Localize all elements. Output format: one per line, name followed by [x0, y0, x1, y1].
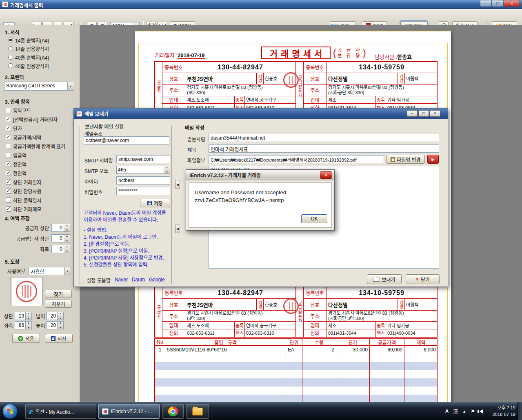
mail-dialog-titlebar[interactable]: 메일 보내기 – ▢ ✕ — [74, 109, 448, 119]
stamp-find-button[interactable]: 찾기 — [45, 290, 72, 298]
error-dialog-titlebar[interactable]: iEnrich v7.2.12 - 거래처별 거래장 — [186, 170, 334, 180]
clock-date: 2018-07-19 — [493, 411, 515, 418]
check-item-9[interactable]: 상단 담당사원 — [6, 188, 65, 194]
stamp-width-spinner[interactable]: 20 — [47, 312, 64, 320]
ime-latin-indicator[interactable]: A — [445, 409, 449, 414]
check-item-8[interactable]: 상단 거래일자 — [6, 179, 65, 185]
printer-combo[interactable]: Samsung C410 Series — [4, 82, 74, 91]
spinner-value: 13 — [15, 312, 25, 320]
rename-file-button[interactable]: 파일명 변경 — [387, 155, 425, 164]
radio-format-1[interactable]: 14줄 전용양식지 — [8, 45, 49, 52]
dialog-minimize-button[interactable]: – — [407, 110, 418, 117]
ime-hanja-indicator[interactable]: 漢 — [453, 408, 458, 415]
spinner-arrows-icon[interactable] — [64, 245, 70, 253]
doc-supplier-item: 연마석,공구기구 — [245, 322, 295, 329]
spinner-arrows-icon[interactable] — [25, 312, 31, 320]
spinner-value: 0 — [52, 224, 64, 231]
taskbar-item-explorer[interactable] — [186, 404, 209, 419]
close-mail-dialog-button[interactable]: ✕닫기 — [406, 274, 440, 284]
show-desktop-button[interactable] — [518, 402, 522, 420]
doc-label: 주소 — [162, 311, 185, 321]
stamp-height-spinner[interactable]: 20 — [47, 321, 64, 329]
doc-label: 등록번호 — [304, 287, 327, 298]
taskbar-item-browser[interactable]: e 옥션 - My Auctio... — [25, 404, 96, 419]
naver-help-link[interactable]: Naver — [115, 277, 128, 284]
send-mail-button[interactable]: 보내기 — [367, 274, 402, 284]
close-window-button[interactable]: ✕ — [504, 0, 520, 7]
subject-input[interactable]: 연마석 거래명세표 — [209, 144, 439, 153]
taskbar-item-ienrich[interactable]: iEnrich v7.2.12 - ... — [98, 404, 160, 419]
printer-combo-arrow-icon[interactable] — [67, 82, 74, 90]
check-item-7[interactable]: 현잔액 — [6, 170, 65, 176]
doc-buyer-ceo: 이원백 — [405, 299, 437, 310]
smtp-port-spinner[interactable]: 465 — [116, 166, 170, 174]
check-item-11[interactable]: 하단 거래메모 — [6, 206, 65, 212]
smtp-server-label: SMTP 서버명 — [84, 157, 113, 164]
check-item-5[interactable]: 입금액 — [6, 152, 65, 158]
save-stamp-button[interactable]: 저장 — [45, 334, 73, 343]
minimize-button[interactable]: – — [480, 0, 491, 7]
check-item-3[interactable]: 공급가액/세액 — [6, 134, 65, 140]
maximize-button[interactable]: ▢ — [492, 0, 503, 7]
stamp-use-combo[interactable]: 사용함 — [29, 267, 71, 275]
spinner-arrows-icon[interactable] — [164, 166, 170, 173]
stamp-clear-button[interactable]: 지우기 — [45, 300, 72, 308]
radio-format-3[interactable]: 40줄 전용양식지 — [8, 62, 49, 69]
check-item-4[interactable]: 공급가액란에 합계액 표기 — [6, 143, 65, 149]
radio-label: 40줄 전용양식지 — [15, 62, 49, 69]
recipient-input[interactable]: dasan3544@hanmail.net — [209, 134, 439, 142]
taskbar-item-chrome[interactable] — [162, 404, 184, 419]
margin-buyer-top-spinner[interactable]: 0 — [51, 234, 70, 242]
attachment-path-input[interactable]: C:₩Users₩black0217₩Documents₩거래명세서201807… — [209, 155, 384, 163]
spinner-arrows-icon[interactable] — [57, 322, 63, 329]
password-input[interactable]: ********** — [116, 187, 170, 195]
doc-label: 등록번호 — [162, 287, 185, 298]
start-button[interactable] — [2, 404, 18, 419]
doc-label: 종목 — [375, 96, 386, 104]
checkbox-label: 상단 거래일자 — [13, 179, 42, 186]
spinner-arrows-icon[interactable] — [64, 235, 70, 242]
doc-trade-date-value: 2018-07-19 — [178, 52, 205, 59]
radio-format-2[interactable]: 40줄 순백지(A4) — [8, 54, 49, 60]
check-item-1[interactable]: [선택발급시] 거래일자 — [6, 116, 65, 122]
dialog-maximize-button[interactable]: ▢ — [418, 110, 429, 117]
action-center-flag-icon[interactable]: ⚑ — [471, 409, 475, 414]
stamp-left-spinner[interactable]: 86 — [15, 321, 32, 329]
checkbox-label: 공급가액란에 합계액 표기 — [13, 143, 65, 150]
smtp-server-input[interactable]: smtp.naver.com — [116, 155, 170, 163]
doc-buyer-side-label: 공급받는자 — [296, 62, 304, 111]
save-mail-settings-button[interactable]: 저장 — [140, 199, 170, 207]
checkbox-icon — [6, 180, 11, 185]
doc-label: 업태 — [304, 322, 327, 329]
stamp-top-spinner[interactable]: 13 — [15, 312, 32, 320]
collapse-panel-button[interactable] — [175, 224, 180, 233]
stamp-combo-arrow-icon[interactable] — [64, 267, 71, 275]
open-pdf-button[interactable] — [427, 155, 439, 164]
dialog-close-button[interactable]: ✕ — [430, 110, 440, 117]
check-item-10[interactable]: 하단 출력일시 — [6, 197, 65, 203]
apply-button[interactable]: 적용 — [12, 334, 40, 343]
error-close-button[interactable]: ✕ — [320, 171, 332, 179]
sender-email-input[interactable]: octbest@naver.com — [84, 136, 169, 144]
check-item-6[interactable]: 전잔액 — [6, 161, 65, 167]
margin-left-spinner[interactable]: 0 — [51, 245, 70, 253]
spinner-arrows-icon[interactable] — [64, 224, 70, 231]
google-help-link[interactable]: Google — [149, 277, 165, 284]
volume-icon[interactable] — [480, 409, 483, 413]
taskbar-clock[interactable]: 오후 7:19 2018-07-19 — [493, 404, 515, 418]
account-id-input[interactable]: octbest — [116, 176, 170, 184]
checkbox-icon — [6, 108, 11, 113]
spinner-arrows-icon[interactable] — [25, 322, 31, 329]
margin-supplier-top-spinner[interactable]: 0 — [51, 224, 70, 232]
spinner-arrows-icon[interactable] — [57, 312, 63, 320]
doc-keep-label: 공 급 자보 관 용 — [333, 46, 366, 60]
help-line: 이용하여 메일을 전송할 수 있습니다. — [84, 217, 166, 224]
checkbox-icon — [6, 207, 11, 212]
radio-format-0[interactable]: 14줄 순백지(A4) — [8, 37, 49, 43]
daum-help-link[interactable]: Daum — [132, 277, 145, 284]
collapse-panel-button[interactable] — [175, 180, 180, 189]
error-ok-button[interactable]: OK — [301, 214, 327, 223]
tray-expand-icon[interactable]: ▲ — [462, 409, 466, 413]
check-item-0[interactable]: 품목코드 — [6, 107, 65, 113]
check-item-2[interactable]: 단가 — [6, 125, 65, 131]
